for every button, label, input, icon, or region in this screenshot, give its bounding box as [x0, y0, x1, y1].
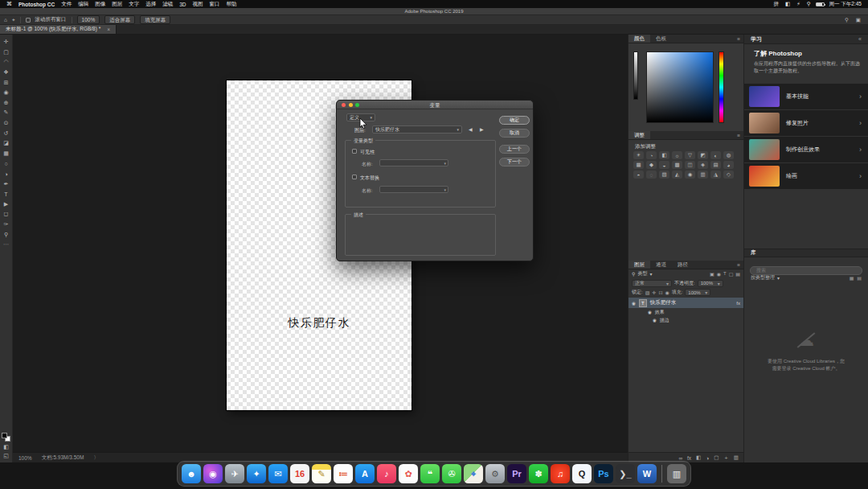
text-replace-checkbox[interactable] — [352, 175, 357, 179]
dock-settings[interactable]: ⚙ — [485, 464, 505, 483]
menubar-item[interactable]: 选择 — [145, 1, 156, 8]
adjustment-icon[interactable]: ◫ — [685, 161, 695, 169]
adjustment-icon[interactable]: ◆ — [646, 161, 657, 169]
layers-footer-icon[interactable]: ▥ — [734, 454, 739, 461]
panel-menu-icon[interactable]: ≡ — [737, 36, 743, 42]
foreground-color-swatch[interactable] — [2, 433, 7, 438]
dock-appstore[interactable]: A — [355, 464, 375, 483]
layers-footer-icon[interactable]: ◑ — [706, 455, 709, 461]
adjustment-icon[interactable]: ◭ — [672, 171, 682, 179]
learn-item-retouch[interactable]: 修复照片 › — [744, 110, 868, 136]
visibility-eye-icon[interactable]: ◉ — [653, 318, 657, 323]
view-mode-icon[interactable]: ▤ — [857, 275, 862, 281]
menubar-item[interactable]: 图层 — [112, 1, 122, 8]
adjustment-icon[interactable]: ◐ — [710, 151, 721, 159]
dock-facetime[interactable]: ✇ — [442, 464, 461, 483]
zoom-100-button[interactable]: 100% — [77, 15, 100, 24]
type-tool[interactable]: T — [0, 189, 13, 199]
filter-icon[interactable]: ▢ — [729, 271, 734, 277]
close-window-button[interactable] — [342, 103, 346, 107]
dock-calendar[interactable]: 16 — [290, 464, 309, 483]
learn-item-effects[interactable]: 制作创意效果 › — [744, 137, 868, 162]
view-mode-icon[interactable]: ▦ — [850, 275, 854, 281]
minimize-window-button[interactable] — [349, 103, 353, 107]
text-layer-thumbnail[interactable]: T — [639, 299, 647, 307]
adjustment-icon[interactable]: ◮ — [710, 171, 721, 179]
adjustment-icon[interactable]: ◕ — [723, 161, 734, 169]
zoom-window-button[interactable] — [355, 103, 359, 107]
tab-adjustments[interactable]: 调整 — [628, 131, 650, 139]
adjustment-icon[interactable]: ◉ — [685, 171, 695, 179]
layer-row-text-layer[interactable]: ◉ T 快乐肥仔水 fx — [628, 298, 743, 308]
adjustment-icon[interactable]: ◌ — [646, 171, 657, 179]
menubar-app-name[interactable]: Photoshop CC — [18, 2, 55, 7]
grayscale-ramp[interactable] — [633, 51, 638, 100]
ok-button[interactable]: 确定 — [499, 116, 530, 125]
next-layer-arrow[interactable]: ▶ — [480, 126, 484, 132]
hand-tool[interactable]: ✑ — [0, 220, 13, 230]
dock-terminal[interactable]: ❯_ — [616, 464, 635, 483]
menubar-item[interactable]: 文字 — [129, 1, 139, 8]
status-icon[interactable]: ◧ — [785, 1, 790, 7]
menubar-item[interactable]: 图像 — [95, 1, 105, 8]
close-tab-icon[interactable]: × — [107, 27, 110, 32]
shape-tool[interactable]: ◻ — [0, 209, 13, 220]
dock-reminders[interactable]: ≔ — [334, 464, 353, 483]
menubar-item[interactable]: 视图 — [192, 1, 203, 8]
gradient-tool[interactable]: ▦ — [0, 149, 13, 159]
brush-tool[interactable]: ✎ — [0, 108, 13, 118]
lock-icon[interactable]: ▨ — [645, 290, 650, 295]
pen-tool[interactable]: ✒ — [0, 179, 13, 189]
dock-trash[interactable]: ▥ — [667, 464, 686, 483]
adjustment-icon[interactable]: ◔ — [646, 151, 657, 159]
opacity-field[interactable]: 100% ▾ — [698, 280, 723, 287]
adjustment-icon[interactable]: ▤ — [710, 161, 721, 169]
panel-menu-icon[interactable]: ≡ — [737, 133, 743, 138]
tab-color[interactable]: 颜色 — [628, 35, 650, 43]
layer-effects-row[interactable]: ◉ 效果 — [628, 308, 743, 316]
dock-photos[interactable]: ✿ — [399, 464, 418, 483]
hue-slider[interactable] — [719, 51, 724, 123]
chevron-down-icon[interactable]: ▾ — [649, 271, 652, 277]
canvas-area[interactable]: 快乐肥仔水 100% 文档:5.93M/3.50M 〉 — [13, 35, 628, 462]
dock-finder[interactable]: ☻ — [182, 464, 201, 483]
blur-tool[interactable]: ○ — [0, 158, 13, 169]
dock-netease-music[interactable]: ♫ — [551, 464, 570, 483]
workspace-switcher-icon[interactable]: ▣ — [856, 17, 861, 23]
dock-photoshop[interactable]: Ps — [594, 464, 613, 483]
adjustment-icon[interactable]: ▩ — [672, 161, 682, 169]
panel-menu-icon[interactable]: ≡ — [737, 262, 743, 268]
lock-icon[interactable]: ◉ — [665, 290, 669, 295]
visibility-checkbox[interactable] — [352, 149, 357, 154]
healing-brush-tool[interactable]: ⊕ — [0, 98, 13, 109]
zoom-tool[interactable]: ⚲ — [0, 229, 13, 240]
eyedropper-tool[interactable]: ◉ — [0, 88, 13, 98]
learn-item-paint[interactable]: 绘画 › — [744, 163, 868, 189]
menubar-item[interactable]: 文件 — [61, 1, 72, 8]
current-tool-icon[interactable]: ⌖ — [12, 17, 15, 23]
dock-mail[interactable]: ✉ — [268, 464, 288, 483]
lasso-tool[interactable]: ◠ — [0, 57, 13, 68]
layer-stroke-row[interactable]: ◉ 描边 — [628, 316, 743, 324]
menubar-item[interactable]: 3D — [179, 2, 186, 7]
layers-footer-icon[interactable]: fx — [687, 455, 691, 461]
collapse-panel-icon[interactable]: « — [858, 36, 862, 42]
adjustment-icon[interactable]: ▥ — [698, 171, 708, 179]
menubar-item[interactable]: 编辑 — [78, 1, 88, 8]
dock-qq[interactable]: Q — [572, 464, 592, 483]
crop-tool[interactable]: ⊞ — [0, 77, 13, 88]
foreground-background-swatches[interactable] — [2, 433, 10, 442]
menubar-item[interactable]: 帮助 — [226, 1, 236, 8]
zoom-level-field[interactable]: 100% — [18, 455, 32, 461]
move-tool[interactable]: ✛ — [0, 37, 13, 47]
adjustment-icon[interactable]: ▦ — [633, 161, 644, 169]
visibility-eye-icon[interactable]: ◉ — [632, 301, 636, 306]
history-brush-tool[interactable]: ↺ — [0, 128, 13, 138]
sort-by-type-label[interactable]: 按类型整理 — [751, 274, 775, 281]
layers-footer-icon[interactable]: ∞ — [678, 455, 682, 461]
dock-wechat[interactable]: ✽ — [529, 464, 548, 483]
fill-field[interactable]: 100% ▾ — [685, 289, 710, 296]
menubar-clock[interactable]: 周一 下午2:45 — [829, 1, 862, 8]
text-replace-name-field[interactable]: ▾ — [379, 186, 448, 193]
quick-selection-tool[interactable]: ❖ — [0, 68, 13, 78]
